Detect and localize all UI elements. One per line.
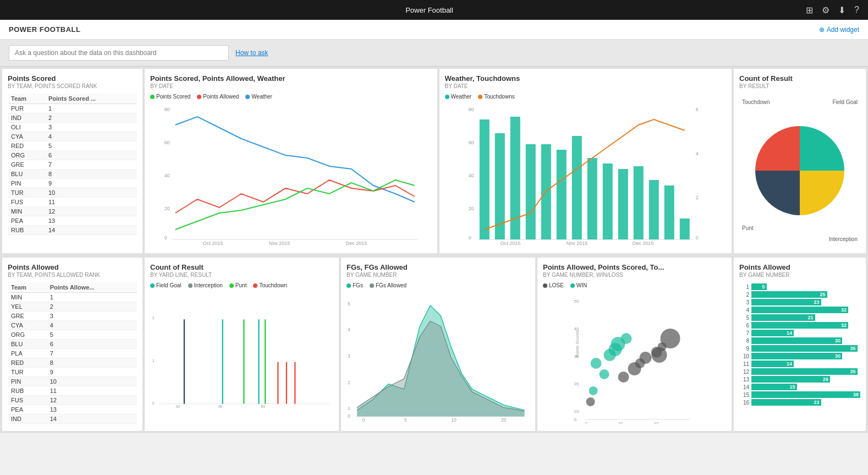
legend-points-scored-label: Points Scored bbox=[156, 94, 190, 100]
svg-point-89 bbox=[621, 333, 632, 344]
bar-row: 1030 bbox=[739, 353, 860, 359]
layout-icon[interactable]: ⊞ bbox=[806, 5, 813, 15]
svg-text:60: 60 bbox=[468, 140, 474, 145]
table-row: ORG6 bbox=[8, 151, 137, 160]
table-row: PUR1 bbox=[8, 104, 137, 113]
svg-text:5: 5 bbox=[348, 301, 350, 307]
settings-icon[interactable]: ⚙ bbox=[822, 5, 829, 15]
svg-text:80: 80 bbox=[164, 107, 170, 112]
weather2-dot bbox=[445, 95, 449, 99]
svg-rect-30 bbox=[602, 163, 612, 239]
app-header: POWER FOOTBALL ⊕ Add widget bbox=[0, 20, 868, 40]
help-icon[interactable]: ? bbox=[854, 5, 859, 15]
punt-dot bbox=[229, 283, 234, 288]
download-icon[interactable]: ⬇ bbox=[838, 5, 845, 15]
lose-label: LOSE bbox=[549, 282, 564, 288]
weather-dot bbox=[245, 95, 250, 99]
bar-fill: 14 bbox=[751, 330, 794, 336]
pie-label-touchdown: Touchdown bbox=[742, 99, 770, 105]
svg-text:20: 20 bbox=[501, 417, 507, 423]
fgs-label: FGs bbox=[353, 282, 363, 288]
bar-fill: 38 bbox=[751, 391, 860, 398]
table-row: BLU8 bbox=[8, 170, 137, 179]
add-widget-button[interactable]: ⊕ Add widget bbox=[819, 26, 859, 34]
bar-label: 4 bbox=[739, 307, 749, 313]
legend-win: WIN bbox=[570, 282, 587, 288]
svg-text:10: 10 bbox=[574, 409, 579, 414]
pa-title: Points Allowed bbox=[8, 263, 137, 271]
table-row: YEL2 bbox=[8, 302, 137, 312]
bar-row: 432 bbox=[739, 307, 860, 313]
pa-col-team: Team bbox=[8, 282, 47, 293]
svg-rect-25 bbox=[525, 144, 535, 239]
weather-touchdowns-widget: Weather, Touchdowns BY DATE Weather Touc… bbox=[440, 69, 732, 253]
bar-row: 323 bbox=[739, 299, 860, 305]
svg-text:0: 0 bbox=[468, 235, 471, 241]
legend-points-allowed-label: Points Allowed bbox=[203, 94, 239, 100]
svg-text:40: 40 bbox=[164, 173, 170, 178]
table-row: IND14 bbox=[8, 414, 137, 424]
legend-fgs-allowed: FGs Allowed bbox=[370, 282, 406, 288]
plus-icon: ⊕ bbox=[819, 26, 825, 34]
bar-label: 9 bbox=[739, 346, 749, 352]
svg-text:6: 6 bbox=[695, 107, 698, 112]
fgs-title: FGs, FGs Allowed bbox=[347, 263, 530, 271]
table-row: BLU6 bbox=[8, 340, 137, 349]
points-scored-title: Points Scored bbox=[8, 74, 137, 83]
bar-row: 935 bbox=[739, 345, 860, 352]
bar-fill: 5 bbox=[751, 283, 767, 290]
svg-point-85 bbox=[600, 369, 609, 379]
svg-text:60: 60 bbox=[218, 405, 223, 408]
svg-rect-34 bbox=[664, 185, 674, 239]
bar-row: 1326 bbox=[739, 376, 860, 383]
svg-text:3: 3 bbox=[348, 353, 350, 359]
table-row: GRE7 bbox=[8, 160, 137, 170]
bar-fill: 23 bbox=[751, 299, 821, 305]
search-bar-area: How to ask bbox=[0, 40, 868, 67]
svg-text:20: 20 bbox=[164, 206, 170, 211]
top-row: Points Scored BY TEAM, POINTS SCORED RAN… bbox=[0, 67, 868, 258]
svg-text:Points Scored: Points Scored bbox=[575, 330, 580, 358]
legend-weather: Weather bbox=[245, 94, 272, 100]
svg-point-76 bbox=[618, 372, 629, 383]
svg-text:Nov 2015: Nov 2015 bbox=[269, 241, 290, 246]
points-allowed-dot bbox=[197, 95, 201, 99]
bar-fill: 15 bbox=[751, 384, 797, 390]
fgs-allowed-label: FGs Allowed bbox=[376, 282, 406, 288]
bar-label: 5 bbox=[739, 315, 749, 321]
svg-point-82 bbox=[652, 347, 667, 363]
svg-text:10: 10 bbox=[451, 417, 457, 423]
touchdowns-dot bbox=[478, 95, 482, 99]
bar-row: 1623 bbox=[739, 399, 860, 406]
svg-text:2: 2 bbox=[695, 195, 698, 200]
bar-fill: 26 bbox=[751, 376, 830, 383]
win-dot bbox=[570, 283, 575, 288]
bar-label: 1 bbox=[739, 284, 749, 290]
scatter-widget: Points Allowed, Points Scored, To... BY … bbox=[537, 258, 732, 431]
legend-points-allowed: Points Allowed bbox=[197, 94, 239, 100]
bar-label: 7 bbox=[739, 330, 749, 336]
fgs-dot bbox=[347, 283, 351, 288]
interception-dot bbox=[188, 283, 193, 288]
svg-text:80: 80 bbox=[261, 405, 265, 408]
how-to-ask-link[interactable]: How to ask bbox=[235, 49, 268, 57]
cor-subtitle: BY RESULT bbox=[739, 83, 860, 89]
points-allowed-widget: Points Allowed BY TEAM, POINTS ALLOWED R… bbox=[2, 258, 142, 431]
pa-subtitle: BY TEAM, POINTS ALLOWED RANK bbox=[8, 272, 137, 278]
table-row: PLA7 bbox=[8, 349, 137, 358]
svg-text:40: 40 bbox=[175, 405, 180, 408]
legend-touchdowns: Touchdowns bbox=[478, 94, 515, 100]
bar-row: 521 bbox=[739, 314, 860, 321]
pa-by-game-widget: Points Allowed BY GAME NUMBER 1522532343… bbox=[734, 258, 866, 431]
table-row: GRE3 bbox=[8, 312, 137, 321]
table-row: MIN1 bbox=[8, 293, 137, 302]
table-row: IND2 bbox=[8, 113, 137, 123]
bar-label: 15 bbox=[739, 392, 749, 398]
search-input[interactable] bbox=[9, 45, 229, 61]
table-row: CYA4 bbox=[8, 321, 137, 330]
bar-row: 1538 bbox=[739, 391, 860, 398]
svg-text:1: 1 bbox=[152, 359, 155, 363]
svg-text:0: 0 bbox=[164, 235, 167, 241]
td-dot bbox=[253, 283, 257, 288]
svg-text:1: 1 bbox=[348, 406, 350, 411]
